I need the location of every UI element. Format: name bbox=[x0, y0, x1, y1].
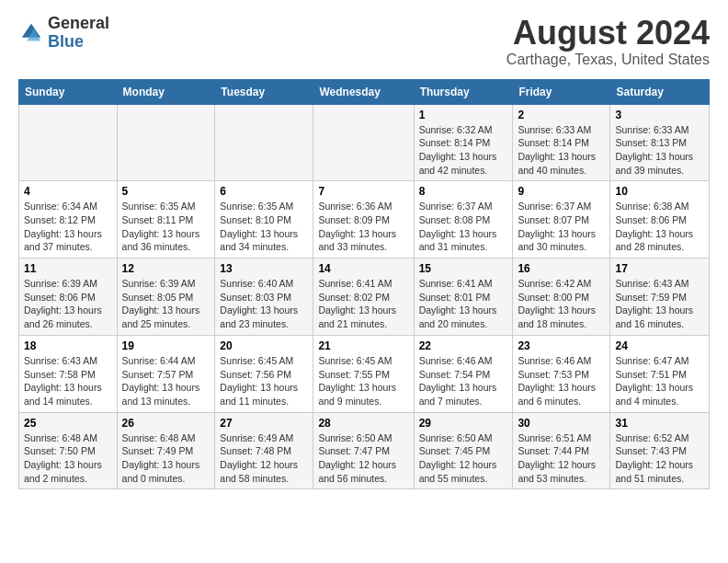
day-number: 31 bbox=[615, 417, 704, 430]
day-number: 10 bbox=[615, 185, 704, 198]
day-number: 5 bbox=[122, 185, 210, 198]
day-info: Sunrise: 6:43 AM Sunset: 7:59 PM Dayligh… bbox=[615, 277, 704, 331]
day-number: 1 bbox=[419, 109, 508, 121]
calendar-cell: 14Sunrise: 6:41 AM Sunset: 8:02 PM Dayli… bbox=[313, 259, 414, 336]
logo-icon bbox=[18, 20, 44, 46]
calendar-cell: 4Sunrise: 6:34 AM Sunset: 8:12 PM Daylig… bbox=[19, 181, 118, 259]
calendar-cell: 5Sunrise: 6:35 AM Sunset: 8:11 PM Daylig… bbox=[117, 181, 215, 259]
day-number: 6 bbox=[220, 185, 308, 198]
calendar-cell: 24Sunrise: 6:47 AM Sunset: 7:51 PM Dayli… bbox=[610, 335, 710, 412]
day-info: Sunrise: 6:46 AM Sunset: 7:54 PM Dayligh… bbox=[419, 354, 508, 408]
calendar-subtitle: Carthage, Texas, United States bbox=[506, 52, 710, 68]
day-number: 18 bbox=[24, 339, 112, 352]
logo: General Blue bbox=[18, 15, 109, 52]
calendar-cell: 15Sunrise: 6:41 AM Sunset: 8:01 PM Dayli… bbox=[414, 259, 513, 336]
day-number: 3 bbox=[615, 109, 704, 121]
weekday-header-sunday: Sunday bbox=[19, 79, 118, 104]
calendar-cell: 2Sunrise: 6:33 AM Sunset: 8:14 PM Daylig… bbox=[513, 104, 610, 181]
weekday-header-thursday: Thursday bbox=[414, 79, 513, 104]
day-number: 29 bbox=[419, 417, 508, 430]
day-number: 30 bbox=[518, 417, 605, 430]
day-number: 14 bbox=[318, 262, 408, 275]
calendar-cell: 28Sunrise: 6:50 AM Sunset: 7:47 PM Dayli… bbox=[313, 412, 414, 489]
calendar-cell: 9Sunrise: 6:37 AM Sunset: 8:07 PM Daylig… bbox=[513, 181, 610, 259]
calendar-cell: 3Sunrise: 6:33 AM Sunset: 8:13 PM Daylig… bbox=[610, 104, 710, 181]
weekday-header-wednesday: Wednesday bbox=[313, 79, 414, 104]
day-number: 25 bbox=[24, 417, 112, 430]
calendar-cell: 26Sunrise: 6:48 AM Sunset: 7:49 PM Dayli… bbox=[117, 412, 215, 489]
day-number: 15 bbox=[419, 262, 508, 275]
day-number: 28 bbox=[318, 417, 408, 430]
calendar-cell: 10Sunrise: 6:38 AM Sunset: 8:06 PM Dayli… bbox=[610, 181, 710, 259]
day-info: Sunrise: 6:50 AM Sunset: 7:45 PM Dayligh… bbox=[419, 431, 508, 486]
calendar-cell: 27Sunrise: 6:49 AM Sunset: 7:48 PM Dayli… bbox=[215, 412, 313, 489]
day-number: 21 bbox=[318, 339, 408, 352]
day-info: Sunrise: 6:35 AM Sunset: 8:10 PM Dayligh… bbox=[220, 200, 308, 254]
day-info: Sunrise: 6:33 AM Sunset: 8:14 PM Dayligh… bbox=[518, 123, 605, 178]
day-number: 20 bbox=[220, 339, 308, 352]
calendar-week-2: 4Sunrise: 6:34 AM Sunset: 8:12 PM Daylig… bbox=[19, 181, 710, 259]
calendar-cell: 23Sunrise: 6:46 AM Sunset: 7:53 PM Dayli… bbox=[513, 335, 610, 412]
weekday-header-monday: Monday bbox=[117, 79, 215, 104]
page-header: General Blue August 2024 Carthage, Texas… bbox=[18, 15, 710, 68]
day-number: 23 bbox=[518, 339, 605, 352]
logo-general-text: General bbox=[48, 14, 109, 32]
calendar-cell: 6Sunrise: 6:35 AM Sunset: 8:10 PM Daylig… bbox=[215, 181, 313, 259]
day-number: 2 bbox=[518, 109, 605, 121]
day-number: 22 bbox=[419, 339, 508, 352]
calendar-cell: 22Sunrise: 6:46 AM Sunset: 7:54 PM Dayli… bbox=[414, 335, 513, 412]
calendar-cell: 19Sunrise: 6:44 AM Sunset: 7:57 PM Dayli… bbox=[117, 335, 215, 412]
calendar-cell bbox=[19, 104, 118, 181]
calendar-cell: 25Sunrise: 6:48 AM Sunset: 7:50 PM Dayli… bbox=[19, 412, 118, 489]
calendar-week-1: 1Sunrise: 6:32 AM Sunset: 8:14 PM Daylig… bbox=[19, 104, 710, 181]
day-number: 12 bbox=[122, 262, 210, 275]
calendar-cell: 31Sunrise: 6:52 AM Sunset: 7:43 PM Dayli… bbox=[610, 412, 710, 489]
calendar-cell: 29Sunrise: 6:50 AM Sunset: 7:45 PM Dayli… bbox=[414, 412, 513, 489]
day-info: Sunrise: 6:41 AM Sunset: 8:01 PM Dayligh… bbox=[419, 277, 508, 331]
calendar-cell: 18Sunrise: 6:43 AM Sunset: 7:58 PM Dayli… bbox=[19, 335, 118, 412]
day-number: 8 bbox=[419, 185, 508, 198]
weekday-header-tuesday: Tuesday bbox=[215, 79, 313, 104]
day-info: Sunrise: 6:45 AM Sunset: 7:55 PM Dayligh… bbox=[318, 354, 408, 408]
day-info: Sunrise: 6:52 AM Sunset: 7:43 PM Dayligh… bbox=[615, 431, 704, 486]
calendar-title: August 2024 bbox=[506, 15, 710, 52]
day-info: Sunrise: 6:33 AM Sunset: 8:13 PM Dayligh… bbox=[615, 123, 704, 178]
weekday-header-friday: Friday bbox=[513, 79, 610, 104]
day-number: 9 bbox=[518, 185, 605, 198]
calendar-cell: 17Sunrise: 6:43 AM Sunset: 7:59 PM Dayli… bbox=[610, 259, 710, 336]
day-info: Sunrise: 6:35 AM Sunset: 8:11 PM Dayligh… bbox=[122, 200, 210, 254]
day-number: 17 bbox=[615, 262, 704, 275]
calendar-cell: 20Sunrise: 6:45 AM Sunset: 7:56 PM Dayli… bbox=[215, 335, 313, 412]
calendar-cell: 12Sunrise: 6:39 AM Sunset: 8:05 PM Dayli… bbox=[117, 259, 215, 336]
calendar-week-4: 18Sunrise: 6:43 AM Sunset: 7:58 PM Dayli… bbox=[19, 335, 710, 412]
day-info: Sunrise: 6:41 AM Sunset: 8:02 PM Dayligh… bbox=[318, 277, 408, 331]
day-number: 19 bbox=[122, 339, 210, 352]
calendar-cell bbox=[117, 104, 215, 181]
calendar-cell: 13Sunrise: 6:40 AM Sunset: 8:03 PM Dayli… bbox=[215, 259, 313, 336]
day-info: Sunrise: 6:43 AM Sunset: 7:58 PM Dayligh… bbox=[24, 354, 112, 408]
day-number: 4 bbox=[24, 185, 112, 198]
day-number: 13 bbox=[220, 262, 308, 275]
day-info: Sunrise: 6:51 AM Sunset: 7:44 PM Dayligh… bbox=[518, 431, 605, 486]
day-number: 7 bbox=[318, 185, 408, 198]
calendar-cell: 30Sunrise: 6:51 AM Sunset: 7:44 PM Dayli… bbox=[513, 412, 610, 489]
day-info: Sunrise: 6:46 AM Sunset: 7:53 PM Dayligh… bbox=[518, 354, 605, 408]
day-info: Sunrise: 6:37 AM Sunset: 8:07 PM Dayligh… bbox=[518, 200, 605, 254]
day-info: Sunrise: 6:47 AM Sunset: 7:51 PM Dayligh… bbox=[615, 354, 704, 408]
calendar-cell: 1Sunrise: 6:32 AM Sunset: 8:14 PM Daylig… bbox=[414, 104, 513, 181]
day-info: Sunrise: 6:37 AM Sunset: 8:08 PM Dayligh… bbox=[419, 200, 508, 254]
day-info: Sunrise: 6:40 AM Sunset: 8:03 PM Dayligh… bbox=[220, 277, 308, 331]
day-number: 16 bbox=[518, 262, 605, 275]
day-info: Sunrise: 6:42 AM Sunset: 8:00 PM Dayligh… bbox=[518, 277, 605, 331]
day-number: 27 bbox=[220, 417, 308, 430]
day-info: Sunrise: 6:48 AM Sunset: 7:49 PM Dayligh… bbox=[122, 431, 210, 486]
day-info: Sunrise: 6:36 AM Sunset: 8:09 PM Dayligh… bbox=[318, 200, 408, 254]
calendar-cell bbox=[313, 104, 414, 181]
weekday-header-row: SundayMondayTuesdayWednesdayThursdayFrid… bbox=[19, 79, 710, 104]
day-number: 26 bbox=[122, 417, 210, 430]
day-info: Sunrise: 6:39 AM Sunset: 8:05 PM Dayligh… bbox=[122, 277, 210, 331]
day-info: Sunrise: 6:39 AM Sunset: 8:06 PM Dayligh… bbox=[24, 277, 112, 331]
calendar-cell: 21Sunrise: 6:45 AM Sunset: 7:55 PM Dayli… bbox=[313, 335, 414, 412]
weekday-header-saturday: Saturday bbox=[610, 79, 710, 104]
calendar-week-3: 11Sunrise: 6:39 AM Sunset: 8:06 PM Dayli… bbox=[19, 259, 710, 336]
